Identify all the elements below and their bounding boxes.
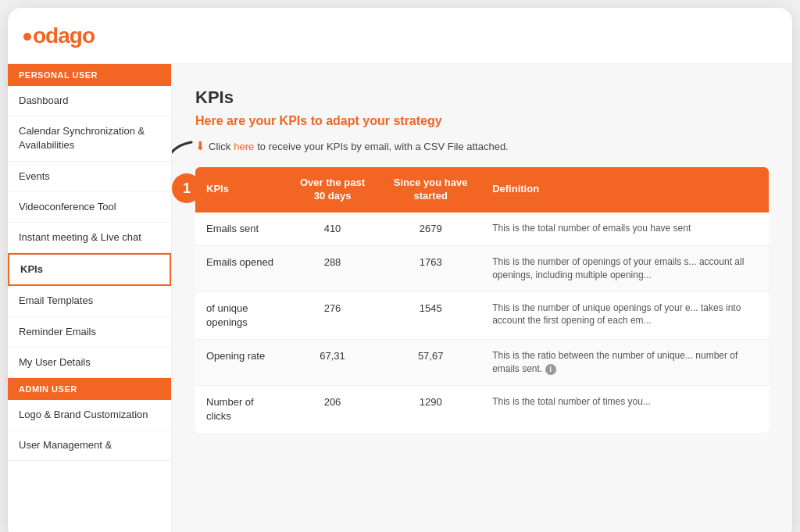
col-header-kpis: KPIs (195, 167, 285, 212)
sidebar-item-instant-meeting[interactable]: Instant meeting & Live chat (8, 223, 171, 253)
app-container: odago PERSONAL USERDashboardCalendar Syn… (8, 8, 792, 532)
sidebar-item-reminder-emails[interactable]: Reminder Emails (8, 317, 171, 348)
table-row: Emails sent 410 2679 This is the total n… (195, 212, 769, 246)
table-row: Number of clicks 206 1290 This is the to… (195, 385, 769, 433)
table-row: Opening rate 67,31 57,67 This is the rat… (195, 339, 769, 385)
sidebar-item-events[interactable]: Events (8, 162, 171, 192)
kpi-name: of unique openings (195, 291, 285, 339)
kpi-since: 57,67 (380, 339, 481, 385)
main-layout: PERSONAL USERDashboardCalendar Synchroni… (8, 64, 792, 532)
kpi-past30: 276 (285, 291, 380, 339)
page-title: KPIs (195, 87, 769, 108)
kpi-since: 2679 (380, 212, 481, 246)
logo-dot (23, 33, 31, 41)
logo-text: odago (33, 23, 95, 48)
kpi-past30: 206 (285, 385, 380, 433)
top-bar: odago (8, 8, 792, 64)
kpi-name: Emails sent (195, 212, 285, 246)
page-subtitle: Here are your KPIs to adapt your strateg… (195, 114, 769, 128)
col-header-past30: Over the past 30 days (285, 167, 380, 212)
table-header: KPIs Over the past 30 days Since you hav… (195, 167, 769, 212)
kpi-past30: 288 (285, 245, 380, 291)
kpi-past30: 67,31 (285, 339, 380, 385)
email-notice-suffix: to receive your KPIs by email, with a CS… (257, 141, 509, 152)
sidebar-item-logo-brand[interactable]: Logo & Brand Customization (8, 400, 171, 430)
table-row: Emails opened 288 1763 This is the numbe… (195, 245, 769, 291)
sidebar-section-header: ADMIN USER (8, 378, 171, 400)
sidebar-item-calendar[interactable]: Calendar Synchronization & Availabilitie… (8, 116, 171, 161)
sidebar-item-kpis[interactable]: KPIs (8, 253, 171, 286)
kpi-table: KPIs Over the past 30 days Since you hav… (195, 167, 769, 433)
sidebar: PERSONAL USERDashboardCalendar Synchroni… (8, 64, 172, 532)
col-header-definition: Definition (481, 167, 769, 212)
email-notice: ⬇ Click here to receive your KPIs by ema… (195, 139, 769, 153)
kpi-name: Emails opened (195, 245, 285, 291)
circle-badge: 1 (172, 173, 202, 203)
annotation-wrapper: 1 KPIs Here are your KPIs to adapt your … (195, 87, 769, 433)
info-icon[interactable]: i (545, 364, 556, 375)
col-header-since: Since you have started (380, 167, 481, 212)
sidebar-item-email-templates[interactable]: Email Templates (8, 286, 171, 316)
kpi-past30: 410 (285, 212, 380, 246)
sidebar-item-my-user-details[interactable]: My User Details (8, 348, 171, 378)
kpi-definition: This is the total number of emails you h… (481, 212, 769, 246)
table-row: of unique openings 276 1545 This is the … (195, 291, 769, 339)
sidebar-item-user-management[interactable]: User Management & (8, 430, 171, 461)
kpi-name: Number of clicks (195, 385, 285, 433)
kpi-definition: This is the number of unique openings of… (481, 291, 769, 339)
sidebar-item-dashboard[interactable]: Dashboard (8, 86, 171, 116)
kpi-name: Opening rate (195, 339, 285, 385)
logo: odago (23, 23, 95, 48)
badge-number: 1 (183, 180, 191, 197)
main-content: 1 KPIs Here are your KPIs to adapt your … (172, 64, 792, 532)
sidebar-section-header: PERSONAL USER (8, 64, 171, 86)
email-notice-prefix: Click (209, 141, 230, 152)
kpi-since: 1763 (380, 245, 481, 291)
table-header-row: KPIs Over the past 30 days Since you hav… (195, 167, 769, 212)
sidebar-item-videoconference[interactable]: Videoconference Tool (8, 192, 171, 223)
kpi-since: 1290 (380, 385, 481, 433)
email-notice-link[interactable]: here (234, 141, 254, 152)
kpi-definition: This is the ratio between the number of … (481, 339, 769, 385)
kpi-definition: This is the total number of times you... (481, 385, 769, 433)
kpi-definition: This is the number of openings of your e… (481, 245, 769, 291)
table-body: Emails sent 410 2679 This is the total n… (195, 212, 769, 433)
kpi-since: 1545 (380, 291, 481, 339)
